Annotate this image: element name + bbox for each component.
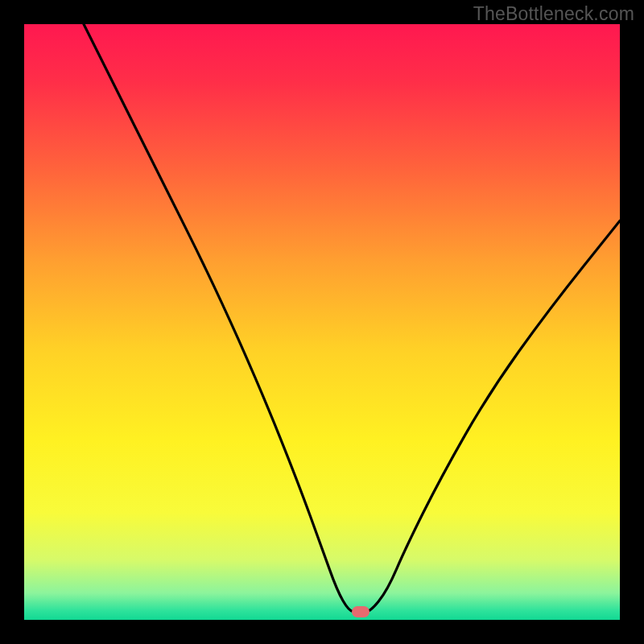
optimal-point-marker <box>352 606 369 617</box>
gradient-background <box>24 24 620 620</box>
plot-area <box>24 24 620 620</box>
watermark-text: TheBottleneck.com <box>473 3 634 25</box>
chart-frame: TheBottleneck.com <box>0 0 644 644</box>
plot-svg <box>24 24 620 620</box>
